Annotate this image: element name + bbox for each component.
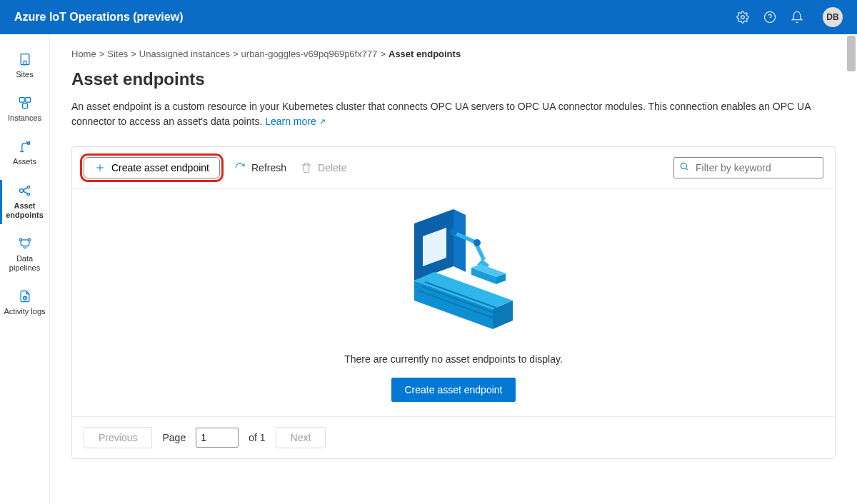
page-description: An asset endpoint is a custom resource i…	[71, 99, 836, 129]
svg-point-13	[19, 188, 23, 192]
svg-point-18	[19, 238, 21, 241]
nav-item-instances[interactable]: Instances	[0, 88, 49, 131]
empty-state: There are currently no asset endpoints t…	[72, 189, 835, 416]
next-page-button[interactable]: Next	[276, 427, 326, 448]
previous-page-button[interactable]: Previous	[84, 427, 152, 448]
nav-item-sites[interactable]: Sites	[0, 44, 49, 88]
svg-rect-11	[22, 104, 27, 109]
svg-line-17	[23, 191, 27, 193]
svg-point-29	[450, 228, 457, 236]
external-link-icon: ↗	[319, 117, 326, 126]
svg-rect-9	[19, 98, 24, 103]
plus-icon	[94, 162, 106, 173]
svg-point-24	[681, 163, 686, 168]
svg-point-14	[27, 186, 29, 188]
breadcrumb-current: Asset endpoints	[389, 49, 461, 59]
filter-input[interactable]	[673, 157, 823, 178]
empty-create-button[interactable]: Create asset endpoint	[391, 378, 516, 402]
svg-point-15	[27, 193, 29, 195]
svg-rect-3	[21, 54, 29, 65]
page-title: Asset endpoints	[71, 69, 836, 89]
empty-message: There are currently no asset endpoints t…	[344, 353, 563, 365]
svg-point-20	[24, 246, 26, 248]
nav-label: Activity logs	[4, 307, 45, 316]
asset-endpoints-card: Create asset endpoint Refresh Delete	[71, 146, 836, 459]
top-app-bar: Azure IoT Operations (preview) DB	[0, 0, 857, 34]
page-label: Page	[162, 432, 186, 443]
refresh-button[interactable]: Refresh	[234, 162, 286, 173]
nav-label: Instances	[8, 114, 41, 123]
nav-label: Sites	[16, 70, 33, 79]
svg-rect-8	[24, 61, 26, 65]
search-icon	[679, 161, 689, 174]
asset-endpoints-icon	[17, 183, 33, 198]
empty-illustration	[386, 202, 521, 345]
svg-line-25	[686, 168, 688, 171]
scrollbar[interactable]	[846, 34, 857, 504]
page-total-label: of 1	[249, 432, 265, 443]
svg-point-30	[473, 239, 481, 246]
activity-logs-icon	[17, 288, 33, 304]
sites-icon	[17, 51, 33, 67]
settings-icon[interactable]	[736, 10, 750, 24]
help-icon[interactable]	[763, 10, 777, 24]
data-pipelines-icon	[17, 236, 33, 251]
svg-point-1	[765, 12, 776, 23]
create-asset-endpoint-button[interactable]: Create asset endpoint	[84, 157, 220, 178]
svg-rect-10	[25, 98, 30, 103]
breadcrumb-item[interactable]: urban-goggles-v69pq969p6fx777	[241, 49, 378, 59]
product-title: Azure IoT Operations (preview)	[14, 11, 736, 24]
nav-item-assets[interactable]: Assets	[0, 131, 49, 175]
page-number-input[interactable]	[196, 428, 239, 448]
nav-item-data-pipelines[interactable]: Data pipelines	[0, 228, 49, 281]
svg-point-0	[741, 16, 745, 19]
nav-item-asset-endpoints[interactable]: Asset endpoints	[0, 176, 49, 228]
left-nav: Sites Instances Assets Asset endpoints D…	[0, 34, 50, 504]
pager: Previous Page of 1 Next	[72, 416, 835, 458]
card-toolbar: Create asset endpoint Refresh Delete	[72, 147, 835, 189]
nav-label: Data pipelines	[3, 254, 46, 273]
delete-button: Delete	[301, 162, 346, 173]
scrollbar-thumb[interactable]	[847, 36, 856, 71]
nav-item-activity-logs[interactable]: Activity logs	[0, 281, 49, 325]
nav-label: Assets	[13, 157, 36, 166]
breadcrumb-item[interactable]: Home	[71, 49, 96, 59]
learn-more-link[interactable]: Learn more ↗	[265, 116, 325, 127]
notifications-icon[interactable]	[790, 10, 804, 24]
nav-label: Asset endpoints	[3, 201, 46, 220]
svg-line-16	[23, 187, 27, 189]
trash-icon	[301, 162, 312, 173]
breadcrumb: Home > Sites > Unassigned instances > ur…	[71, 49, 836, 59]
user-avatar[interactable]: DB	[823, 7, 843, 27]
breadcrumb-item[interactable]: Unassigned instances	[139, 49, 230, 59]
instances-icon	[17, 95, 33, 111]
refresh-icon	[234, 162, 246, 173]
breadcrumb-item[interactable]: Sites	[107, 49, 128, 59]
svg-point-19	[28, 238, 30, 241]
assets-icon	[17, 138, 33, 154]
